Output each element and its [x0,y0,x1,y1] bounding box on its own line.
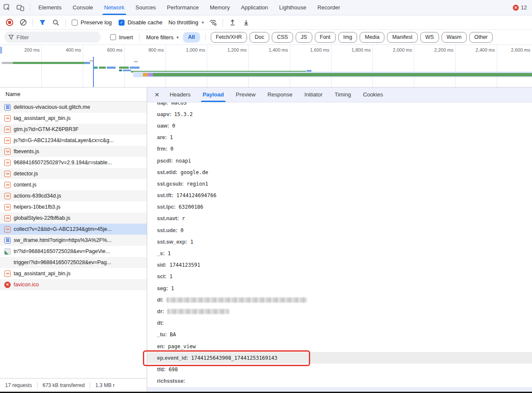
script-icon: <> [4,271,11,277]
waterfall-bar [107,67,116,69]
status-bar: 17 requests673 kB transferred1.3 MB r [0,378,147,392]
chip-wasm[interactable]: Wasm [442,32,467,43]
request-row[interactable]: <>fbevents.js [0,146,147,157]
request-row[interactable]: <>helpers-10be1fb3.js [0,201,147,213]
export-har-icon[interactable] [227,17,238,28]
network-conditions-icon[interactable] [208,17,218,28]
import-har-icon[interactable] [241,17,251,28]
request-row[interactable]: <>collect?v=2&tid=G-ABC1234&gtm=45je... [0,224,147,235]
filter-input[interactable] [17,34,96,41]
tab-console[interactable]: Console [67,0,99,15]
request-name: content.js [14,182,37,188]
request-row[interactable]: <>tag_assistant_api_bin.js [0,113,147,124]
chip-font[interactable]: Font [315,32,336,43]
chip-manifest[interactable]: Manifest [387,32,417,43]
request-row[interactable]: <>js?id=G-ABC1234&l=dataLayer&cx=c&g... [0,135,147,146]
tab-elements[interactable]: Elements [33,0,67,15]
chip-doc[interactable]: Doc [250,32,269,43]
param-key: sst.ude: [157,227,177,233]
param-value: 1 [169,274,172,279]
request-row[interactable]: <>tag_assistant_api_bin.js [0,268,147,279]
disable-cache-checkbox[interactable]: ✓ Disable cache [119,19,163,26]
overview-drag-handle[interactable] [0,47,2,54]
divider [139,33,140,41]
waterfall-bar [93,67,98,69]
status-item: 17 requests [0,382,37,388]
checkbox-unchecked[interactable] [72,20,78,26]
script-icon: <> [4,115,11,122]
request-row[interactable]: tr/?id=968841650725028&ev=PageVie... [0,246,147,257]
more-filters-label: More filters [146,34,174,41]
error-count: 12 [521,5,527,11]
request-row[interactable]: <>globalStyles-22fbf6ab.js [0,213,147,224]
detail-tab-headers[interactable]: Headers [164,87,197,102]
record-stop-icon[interactable] [4,17,15,28]
request-name: globalStyles-22fbf6ab.js [14,215,70,221]
filter-input-pill[interactable] [4,32,101,43]
request-row[interactable]: trigger/?id=968841650725028&ev=Pag... [0,257,147,268]
chip-img[interactable]: Img [338,32,358,43]
detail-tab-cookies[interactable]: Cookies [357,87,389,102]
tab-recorder[interactable]: Recorder [312,0,346,15]
search-icon[interactable] [51,17,61,28]
timeline-gridline [41,45,42,87]
param-key: dl: [157,297,163,303]
chip-fetch-xhr[interactable]: Fetch/XHR [211,32,247,43]
invert-checkbox[interactable]: Invert [110,34,133,41]
waterfall-bar [90,60,93,61]
more-filters-dropdown[interactable]: More filters ▾ [146,34,179,41]
request-table: Name delirious-vivacious-suit.glitch.me<… [0,87,147,392]
chip-js[interactable]: JS [296,32,312,43]
device-toolbar-icon[interactable] [15,3,26,13]
request-row[interactable]: sw_iframe.html?origin=https%3A%2F%... [0,235,147,246]
param-value: 0 [180,227,183,233]
param-key: tfd: [157,367,166,373]
detail-tab-response[interactable]: Response [262,87,299,102]
checkbox-unchecked[interactable] [110,34,116,40]
funnel-icon [9,35,14,40]
tab-application[interactable]: Application [235,0,274,15]
chip-other[interactable]: Other [469,32,493,43]
detail-tab-initiator[interactable]: Initiator [299,87,329,102]
request-row[interactable]: <>968841650725028?v=2.9.194&r=stable... [0,157,147,168]
request-row[interactable]: <>actions-639cd34d.js [0,190,147,201]
devtools-tabbar: ElementsConsoleNetworkSourcesPerformance… [0,0,532,15]
chip-ws[interactable]: WS [420,32,439,43]
name-column-header[interactable]: Name [0,87,147,102]
throttling-select[interactable]: No throttling ▾ [169,19,204,26]
tab-sources[interactable]: Sources [130,0,162,15]
request-row[interactable]: ✕favicon.ico [0,279,147,290]
tab-performance[interactable]: Performance [161,0,204,15]
request-row[interactable]: <>gtm.js?id=GTM-KZ6PBR3F [0,124,147,135]
request-name: tr/?id=968841650725028&ev=PageVie... [14,248,110,254]
timeline-gridline [331,45,331,87]
request-row[interactable]: <>detector.js [0,168,147,179]
close-icon[interactable]: ✕ [150,91,164,98]
error-count-badge[interactable]: ✕ 12 [513,5,527,11]
status-item: 673 kB transferred [38,382,90,388]
clear-icon[interactable] [18,17,28,28]
param-row: are:1 [147,132,532,143]
horizontal-scrollbar[interactable] [147,387,532,392]
request-row[interactable]: <>content.js [0,179,147,190]
waterfall-bar [99,67,106,69]
inspect-element-icon[interactable] [2,3,12,13]
chip-all[interactable]: All [183,32,200,43]
waterfall-bar [2,62,13,64]
detail-tab-payload[interactable]: Payload [197,87,230,102]
filter-toggle-icon[interactable] [37,17,47,28]
param-value: noapi [176,158,191,164]
script-icon: <> [4,215,11,221]
checkbox-checked[interactable]: ✓ [119,20,125,26]
detail-tab-preview[interactable]: Preview [230,87,262,102]
request-row[interactable]: delirious-vivacious-suit.glitch.me [0,102,147,113]
preserve-log-checkbox[interactable]: Preserve log [72,19,112,26]
chip-media[interactable]: Media [360,32,384,43]
network-overview[interactable]: 200 ms400 ms600 ms800 ms1,000 ms1,200 ms… [0,45,532,87]
tab-memory[interactable]: Memory [204,0,235,15]
tab-network[interactable]: Network [99,0,130,15]
detail-tab-timing[interactable]: Timing [329,87,357,102]
tab-lighthouse[interactable]: Lighthouse [273,0,312,15]
chip-css[interactable]: CSS [272,32,293,43]
param-row: sst.etld:google.de [147,166,532,178]
